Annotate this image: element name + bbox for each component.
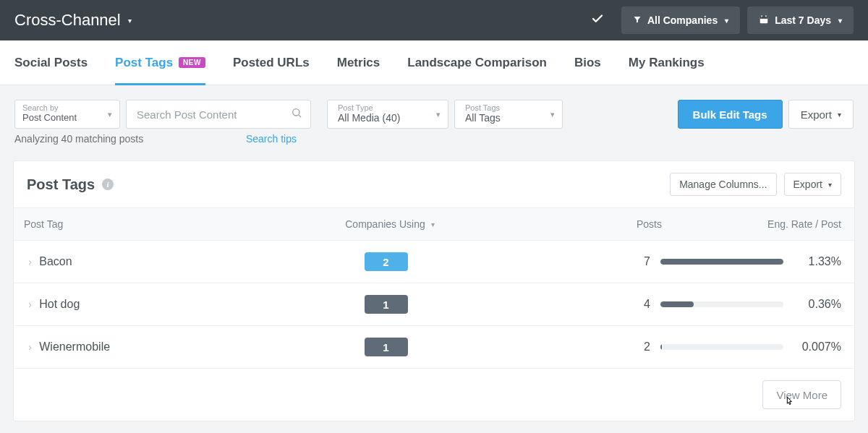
date-range-dropdown[interactable]: Last 7 Days ▾: [747, 7, 854, 34]
filter-bar: Search by Post Content ▾ Post Type All M…: [0, 85, 868, 129]
tab-label: Post Tags: [115, 56, 173, 70]
table-header-row: Post Tag Companies Using ▾ Posts Eng. Ra…: [14, 207, 854, 241]
chevron-down-icon: ▾: [550, 110, 555, 119]
tab-posted-urls[interactable]: Posted URLs: [233, 40, 310, 85]
eng-value: 0.007%: [796, 340, 841, 353]
companies-cell: 1: [266, 338, 505, 356]
tab-label: Bios: [574, 56, 601, 70]
post-tags-value: All Tags: [465, 112, 537, 124]
tab-post-tags[interactable]: Post Tags NEW: [115, 40, 205, 85]
companies-count-pill: 2: [365, 252, 408, 271]
search-input-wrap: [126, 100, 311, 129]
eng-bar: [660, 259, 783, 265]
chevron-down-icon: ▾: [128, 17, 132, 25]
table-row: ›Wienermobile120.007%: [14, 326, 854, 369]
tab-metrics[interactable]: Metrics: [337, 40, 380, 85]
chevron-down-icon: ▾: [436, 110, 441, 119]
card-export-button[interactable]: Export ▾: [784, 173, 841, 196]
info-icon[interactable]: i: [102, 179, 114, 190]
posts-cell: 2: [506, 340, 660, 353]
eng-bar: [660, 344, 783, 350]
post-type-dropdown[interactable]: Post Type All Media (40) ▾: [327, 100, 448, 129]
date-range-label: Last 7 Days: [775, 14, 831, 26]
eng-cell: 1.33%: [660, 255, 847, 268]
svg-line-5: [299, 115, 301, 117]
tab-label: My Rankings: [629, 56, 705, 70]
all-companies-label: All Companies: [647, 14, 718, 26]
companies-count-pill: 1: [365, 295, 408, 314]
chevron-down-icon: ▾: [828, 181, 832, 189]
tab-social-posts[interactable]: Social Posts: [14, 40, 88, 85]
sort-desc-icon: ▾: [431, 220, 435, 228]
tag-name: Wienermobile: [39, 340, 266, 353]
eng-cell: 0.007%: [660, 340, 847, 353]
col-header-companies[interactable]: Companies Using ▾: [267, 218, 513, 230]
tab-label: Social Posts: [14, 56, 88, 70]
companies-cell: 2: [266, 252, 505, 271]
search-tips-link[interactable]: Search tips: [246, 133, 297, 145]
expand-icon[interactable]: ›: [21, 256, 39, 267]
table-row: ›Hot dog140.36%: [14, 283, 854, 326]
companies-count-pill: 1: [365, 338, 408, 356]
search-by-label: Search by: [22, 103, 99, 112]
tab-label: Posted URLs: [233, 56, 310, 70]
table-body: ›Bacon271.33%›Hot dog140.36%›Wienermobil…: [14, 241, 854, 369]
tab-my-rankings[interactable]: My Rankings: [629, 40, 705, 85]
col-header-tag[interactable]: Post Tag: [21, 218, 267, 230]
new-badge: NEW: [179, 57, 205, 68]
tag-name: Hot dog: [39, 298, 266, 311]
eng-value: 0.36%: [796, 298, 841, 311]
card-header: Post Tags i Manage Columns... Export ▾: [14, 161, 854, 207]
tab-landscape-comparison[interactable]: Landscape Comparison: [407, 40, 547, 85]
search-by-value: Post Content: [22, 112, 99, 123]
card-export-label: Export: [793, 179, 822, 190]
table-row: ›Bacon271.33%: [14, 241, 854, 283]
chevron-down-icon: ▾: [725, 17, 728, 25]
col-header-eng[interactable]: Eng. Rate / Post: [672, 218, 847, 230]
filter-icon: [633, 14, 642, 26]
manage-columns-button[interactable]: Manage Columns...: [670, 173, 776, 196]
search-by-dropdown[interactable]: Search by Post Content ▾: [14, 100, 120, 129]
eng-value: 1.33%: [796, 255, 841, 268]
bulk-edit-tags-button[interactable]: Bulk Edit Tags: [678, 100, 783, 129]
card-title: Post Tags i: [27, 176, 114, 193]
export-label: Export: [801, 108, 832, 121]
tab-bios[interactable]: Bios: [574, 40, 601, 85]
cursor-icon: [783, 394, 795, 411]
col-header-posts[interactable]: Posts: [513, 218, 672, 230]
analyzing-text: Analyzing 40 matching posts: [14, 133, 143, 145]
chevron-down-icon: ▾: [838, 17, 842, 25]
eng-cell: 0.36%: [660, 298, 847, 311]
page-title: Cross-Channel: [14, 11, 121, 30]
calendar-icon: [759, 14, 769, 27]
page-title-dropdown[interactable]: Cross-Channel ▾: [14, 11, 132, 30]
posts-cell: 7: [506, 255, 660, 268]
tab-label: Landscape Comparison: [407, 56, 547, 70]
card-title-text: Post Tags: [27, 176, 95, 193]
expand-icon[interactable]: ›: [21, 299, 39, 310]
all-companies-dropdown[interactable]: All Companies ▾: [621, 7, 740, 34]
svg-rect-1: [760, 16, 768, 18]
posts-cell: 4: [506, 298, 660, 311]
view-more-button[interactable]: View More: [762, 380, 841, 409]
search-icon: [291, 107, 302, 121]
tab-label: Metrics: [337, 56, 380, 70]
post-tags-card: Post Tags i Manage Columns... Export ▾ P…: [13, 160, 855, 421]
post-tags-label: Post Tags: [465, 103, 537, 112]
tag-name: Bacon: [39, 255, 266, 268]
chevron-down-icon: ▾: [108, 110, 112, 119]
card-footer: View More: [14, 369, 854, 421]
filter-subtext: Analyzing 40 matching posts Search tips: [0, 129, 311, 145]
post-type-value: All Media (40): [338, 112, 423, 124]
col-header-companies-label: Companies Using: [345, 218, 425, 230]
post-tags-dropdown[interactable]: Post Tags All Tags ▾: [454, 100, 563, 129]
expand-icon[interactable]: ›: [21, 341, 39, 353]
subnav: Social Posts Post Tags NEW Posted URLs M…: [0, 40, 868, 85]
check-icon[interactable]: [581, 12, 614, 29]
chevron-down-icon: ▾: [838, 111, 841, 119]
eng-bar: [660, 301, 783, 307]
export-button[interactable]: Export ▾: [788, 100, 854, 129]
post-type-label: Post Type: [338, 103, 423, 112]
search-input[interactable]: [126, 100, 311, 129]
topbar: Cross-Channel ▾ All Companies ▾ Last 7 D…: [0, 0, 868, 40]
